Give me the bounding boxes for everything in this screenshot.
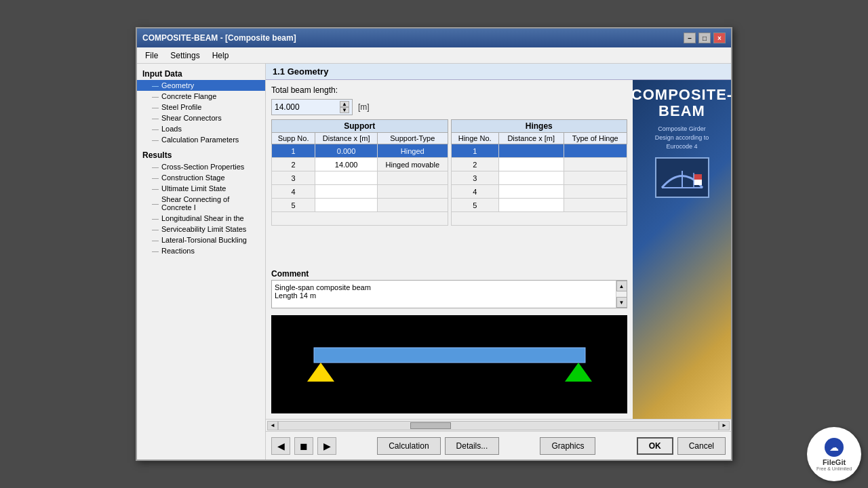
support-cell-type-4 bbox=[378, 185, 448, 199]
comment-scroll-down[interactable]: ▼ bbox=[616, 297, 627, 308]
nav-icon-2[interactable]: ◼ bbox=[294, 437, 313, 455]
hinge-cell-type-1 bbox=[564, 144, 627, 158]
support-cell-type-5 bbox=[378, 199, 448, 212]
cancel-button[interactable]: Cancel bbox=[677, 437, 726, 455]
comment-box-wrapper: Single-span composite beam Length 14 m ▲… bbox=[271, 280, 627, 308]
menu-bar: File Settings Help bbox=[137, 47, 731, 64]
sidebar-item-ultimate-limit[interactable]: Ultimate Limit State bbox=[137, 183, 265, 194]
menu-help[interactable]: Help bbox=[207, 49, 235, 62]
beam-length-input-row: 14.000 ▲ ▼ [m] bbox=[271, 99, 627, 115]
sidebar-item-shear-connecting[interactable]: Shear Connecting of Concrete I bbox=[137, 194, 265, 213]
hinge-col-type: Type of Hinge bbox=[564, 133, 627, 144]
beam-length-label: Total beam length: bbox=[271, 85, 338, 95]
maximize-button[interactable]: □ bbox=[698, 33, 711, 43]
comment-scroll-up[interactable]: ▲ bbox=[616, 281, 627, 291]
composite-beam-title-line1: COMPOSITE- bbox=[633, 87, 731, 103]
hinge-cell-dist-1[interactable] bbox=[498, 144, 564, 158]
menu-settings[interactable]: Settings bbox=[165, 49, 205, 62]
support-cell-dist-1[interactable]: 0.000 bbox=[315, 144, 378, 158]
beam-length-value: 14.000 bbox=[275, 102, 300, 112]
hinge-table-title: Hinges bbox=[451, 119, 628, 132]
hinge-row-5[interactable]: 5 bbox=[451, 199, 627, 212]
comment-scrollbar: ▲ ▼ bbox=[616, 281, 627, 308]
input-data-label: Input Data bbox=[137, 68, 265, 80]
comment-text[interactable]: Single-span composite beam Length 14 m bbox=[272, 281, 616, 308]
support-cell-dist-2[interactable]: 14.000 bbox=[315, 158, 378, 171]
ok-button[interactable]: OK bbox=[637, 437, 673, 455]
hinge-table: Hinge No. Distance x [m] Type of Hinge 1 bbox=[451, 132, 628, 226]
hinge-cell-type-2 bbox=[564, 158, 627, 171]
support-row-4[interactable]: 4 bbox=[272, 185, 448, 199]
sidebar-item-concrete-flange[interactable]: Concrete Flange bbox=[137, 91, 265, 102]
hinge-row-3[interactable]: 3 bbox=[451, 171, 627, 185]
hinge-row-1[interactable]: 1 bbox=[451, 144, 627, 158]
hinge-cell-dist-2[interactable] bbox=[498, 158, 564, 171]
details-button[interactable]: Details... bbox=[445, 437, 500, 455]
sidebar-item-serviceability[interactable]: Serviceability Limit States bbox=[137, 224, 265, 235]
hinge-cell-dist-5[interactable] bbox=[498, 199, 564, 212]
minimize-button[interactable]: – bbox=[684, 33, 696, 43]
support-cell-no-3: 3 bbox=[272, 171, 315, 185]
beam-svg bbox=[294, 338, 606, 392]
beam-length-spinner[interactable]: ▲ ▼ bbox=[340, 101, 349, 113]
composite-beam-subtitle: Composite GirderDesign according toEuroc… bbox=[655, 125, 709, 150]
spin-down-button[interactable]: ▼ bbox=[340, 107, 349, 113]
sidebar-item-reactions[interactable]: Reactions bbox=[137, 245, 265, 256]
support-cell-no-4: 4 bbox=[272, 185, 315, 199]
hinge-row-2[interactable]: 2 bbox=[451, 158, 627, 171]
sidebar: Input Data Geometry Concrete Flange Stee… bbox=[137, 64, 266, 460]
scroll-left-button[interactable]: ◄ bbox=[267, 421, 278, 430]
support-row-3[interactable]: 3 bbox=[272, 171, 448, 185]
svg-rect-2 bbox=[694, 174, 702, 180]
sidebar-item-calculation-params[interactable]: Calculation Parameters bbox=[137, 134, 265, 145]
graphics-button[interactable]: Graphics bbox=[540, 437, 595, 455]
filegit-icon: ☁ bbox=[825, 438, 844, 457]
hinge-cell-dist-3[interactable] bbox=[498, 171, 564, 185]
beam-length-row: Total beam length: bbox=[271, 85, 627, 95]
scroll-thumb[interactable] bbox=[410, 422, 451, 429]
sidebar-item-longitudinal-shear[interactable]: Longitudinal Shear in the bbox=[137, 213, 265, 224]
support-row-1[interactable]: 1 0.000 Hinged bbox=[272, 144, 448, 158]
scroll-track[interactable] bbox=[278, 421, 719, 430]
hinge-cell-no-5: 5 bbox=[451, 199, 498, 212]
calculation-button[interactable]: Calculation bbox=[377, 437, 440, 455]
close-button[interactable]: × bbox=[713, 33, 726, 43]
sidebar-item-cross-section[interactable]: Cross-Section Properties bbox=[137, 161, 265, 172]
support-table: Supp No. Distance x [m] Support-Type 1 0… bbox=[271, 132, 448, 226]
title-bar: COMPOSITE-BEAM - [Composite beam] – □ × bbox=[137, 28, 731, 47]
svg-rect-3 bbox=[694, 180, 702, 185]
hinge-cell-dist-4[interactable] bbox=[498, 185, 564, 199]
support-right-triangle bbox=[565, 363, 592, 382]
nav-icon-3[interactable]: ▶ bbox=[317, 437, 336, 455]
support-cell-dist-5[interactable] bbox=[315, 199, 378, 212]
nav-icon-1[interactable]: ◀ bbox=[271, 437, 290, 455]
support-cell-dist-3[interactable] bbox=[315, 171, 378, 185]
menu-file[interactable]: File bbox=[140, 49, 163, 62]
support-cell-type-2: Hinged movable bbox=[378, 158, 448, 171]
filegit-watermark: ☁ FileGit Free & Unlimited bbox=[807, 427, 861, 481]
spin-up-button[interactable]: ▲ bbox=[340, 101, 349, 107]
hinge-row-empty bbox=[451, 212, 627, 226]
results-label: Results bbox=[137, 149, 265, 161]
support-row-2[interactable]: 2 14.000 Hinged movable bbox=[272, 158, 448, 171]
sidebar-item-steel-profile[interactable]: Steel Profile bbox=[137, 102, 265, 113]
support-row-empty bbox=[272, 212, 448, 226]
sidebar-item-shear-connectors[interactable]: Shear Connectors bbox=[137, 113, 265, 123]
beam-length-input-box: 14.000 ▲ ▼ bbox=[271, 99, 353, 115]
support-row-5[interactable]: 5 bbox=[272, 199, 448, 212]
scroll-right-button[interactable]: ► bbox=[719, 421, 730, 430]
center-content: Total beam length: 14.000 ▲ ▼ [m] bbox=[266, 80, 731, 419]
support-cell-dist-4[interactable] bbox=[315, 185, 378, 199]
sidebar-item-lateral-torsional[interactable]: Lateral-Torsional Buckling bbox=[137, 235, 265, 245]
support-col-no: Supp No. bbox=[272, 133, 315, 144]
beam-length-unit: [m] bbox=[358, 102, 370, 112]
sidebar-item-geometry[interactable]: Geometry bbox=[137, 80, 265, 91]
sidebar-item-construction-stage[interactable]: Construction Stage bbox=[137, 172, 265, 183]
filegit-title: FileGit bbox=[823, 458, 846, 466]
title-bar-buttons: – □ × bbox=[684, 33, 726, 43]
hinge-cell-no-1: 1 bbox=[451, 144, 498, 158]
main-window: COMPOSITE-BEAM - [Composite beam] – □ × … bbox=[136, 27, 732, 461]
sidebar-item-loads[interactable]: Loads bbox=[137, 123, 265, 134]
hinge-cell-no-3: 3 bbox=[451, 171, 498, 185]
hinge-row-4[interactable]: 4 bbox=[451, 185, 627, 199]
